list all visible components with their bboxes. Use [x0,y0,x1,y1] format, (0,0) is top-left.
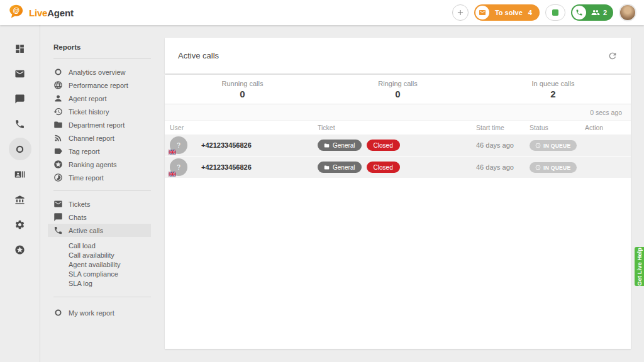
user-cell: ? +421233456826 [165,136,318,154]
add-new-button[interactable] [452,4,469,21]
col-user: User [165,124,318,131]
rail-mail-icon[interactable] [8,61,33,86]
logo-bubble-icon: @ [8,4,25,22]
sidebar-item-active-calls[interactable]: Active calls [48,224,151,237]
sidebar-item-performance-report[interactable]: Performance report [40,79,165,92]
sidebar-item-agent-report[interactable]: Agent report [40,92,165,105]
phone-icon [572,6,586,19]
sidebar-item-ranking-agents[interactable]: Ranking agents [40,158,165,171]
get-live-help-button[interactable]: Get Live Help [635,247,644,286]
user-avatar[interactable] [619,4,636,21]
sidebar-item-department-report[interactable]: Department report [40,118,165,131]
sidebar-item-channel-report[interactable]: Channel report [40,131,165,145]
to-solve-count: 4 [528,9,532,16]
time-icon [53,173,63,182]
col-status: Status [530,124,585,131]
rail-chats-icon[interactable] [8,86,33,111]
globe-icon [53,80,63,90]
rail-dashboard-icon[interactable] [8,36,33,61]
ticket-cell: General Closed [318,140,476,151]
stat-in-queue-calls: In queue calls 2 [475,75,631,104]
donut-icon [53,308,63,317]
sidebar-item-chats[interactable]: Chats [40,211,165,224]
sidebar-item-agent-availability[interactable]: Agent availability [40,260,165,269]
table-header: User Ticket Start time Status Action [165,121,631,134]
caller-number: +421233456826 [201,163,252,171]
rail-contacts-icon[interactable] [8,162,33,187]
rail-settings-icon[interactable] [8,212,33,237]
rss-icon [53,133,63,143]
mail-icon [53,199,63,209]
uk-flag-icon [169,172,176,177]
col-ticket: Ticket [318,124,476,131]
calls-count: 2 [603,9,607,16]
divider [53,58,151,59]
rail-calls-icon[interactable] [8,111,33,136]
start-time: 46 days ago [476,141,530,149]
folder-icon [324,165,330,170]
status-cell: IN QUEUE [530,162,585,173]
icon-rail [0,25,40,362]
calls-status-button[interactable]: 2 [571,4,613,21]
divider [53,297,151,297]
svg-text:@: @ [13,6,19,14]
rail-academy-icon[interactable] [8,187,33,212]
sidebar-item-analytics-overview[interactable]: Analytics overview [40,65,165,79]
clock-icon [535,165,541,170]
content-area: Active calls Running calls 0 Ringing cal… [165,25,644,362]
department-badge[interactable]: General [318,140,362,151]
user-cell: ? +421233456826 [165,158,318,176]
department-badge[interactable]: General [318,162,362,173]
rail-addons-icon[interactable] [8,237,33,262]
stat-value: 2 [550,89,555,99]
last-updated: 0 secs ago [165,104,631,121]
chat-icon [53,212,63,222]
stat-value: 0 [395,89,400,99]
sidebar-item-sla-compliance[interactable]: SLA compliance [40,269,165,278]
sidebar-item-sla-log[interactable]: SLA log [40,278,165,288]
caller-avatar: ? [170,136,187,154]
sidebar-item-tag-report[interactable]: Tag report [40,145,165,158]
sidebar-item-my-work-report[interactable]: My work report [40,306,165,319]
top-bar: @ LiveAgent To solve 4 2 [0,0,644,25]
ticket-state-badge[interactable]: Closed [367,140,400,151]
sidebar-item-ticket-history[interactable]: Ticket history [40,105,165,118]
stat-running-calls: Running calls 0 [165,75,320,104]
star-circle-icon [53,160,63,169]
divider [53,190,151,191]
panel-body: Running calls 0 Ringing calls 0 In queue… [165,75,631,349]
stat-ringing-calls: Ringing calls 0 [320,75,475,104]
col-action: Action [585,124,631,131]
ticket-cell: General Closed [318,162,476,173]
sidebar-item-call-load[interactable]: Call load [40,241,165,250]
folder-icon [324,143,330,148]
uk-flag-icon [169,150,176,155]
sidebar-item-time-report[interactable]: Time report [40,171,165,184]
reports-sidebar: Reports Analytics overview Performance r… [40,25,165,362]
start-time: 46 days ago [476,163,530,171]
plus-icon [456,8,465,17]
to-solve-button[interactable]: To solve 4 [474,4,540,21]
refresh-button[interactable] [608,51,618,61]
chat-status-button[interactable] [545,4,565,21]
clock-icon [535,143,541,148]
main-area: Reports Analytics overview Performance r… [0,25,644,362]
phone-icon [53,226,63,235]
person-icon [53,94,63,103]
liveagent-logo[interactable]: @ LiveAgent [8,4,74,22]
logo-text: LiveAgent [29,8,74,18]
status-badge: IN QUEUE [530,140,577,151]
ticket-state-badge[interactable]: Closed [367,162,400,173]
history-icon [53,107,63,116]
caller-number: +421233456826 [201,141,252,149]
call-row[interactable]: ? +421233456826 General Closed 46 days a… [165,156,631,178]
folder-icon [53,120,63,129]
panel-header: Active calls [165,38,631,74]
donut-icon [53,67,63,77]
people-icon [591,8,600,17]
stat-value: 0 [240,89,245,99]
rail-reports-icon[interactable] [8,136,33,162]
sidebar-item-tickets[interactable]: Tickets [40,197,165,211]
sidebar-item-call-availability[interactable]: Call availability [40,250,165,260]
call-row[interactable]: ? +421233456826 General Closed 46 days a… [165,134,631,156]
